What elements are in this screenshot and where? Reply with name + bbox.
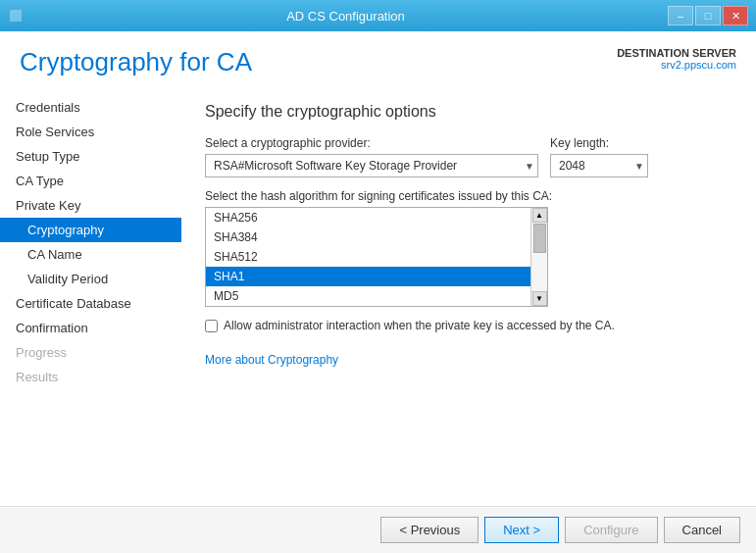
hash-list-wrapper: SHA256SHA384SHA512SHA1MD5 ▲ ▼ xyxy=(205,207,548,307)
configure-button[interactable]: Configure xyxy=(565,517,657,543)
destination-server-value: srv2.ppscu.com xyxy=(617,59,736,71)
maximize-button[interactable]: □ xyxy=(695,6,721,25)
hash-scrollbar: ▲ ▼ xyxy=(530,208,547,306)
provider-label: Select a cryptographic provider: xyxy=(205,136,538,150)
sidebar-item-results: Results xyxy=(0,365,181,389)
cancel-button[interactable]: Cancel xyxy=(664,517,740,543)
hash-item-sha384[interactable]: SHA384 xyxy=(206,227,547,247)
keylength-select[interactable]: 512102420484096 xyxy=(550,154,648,177)
svg-rect-1 xyxy=(10,10,22,22)
destination-server-label: DESTINATION SERVER xyxy=(617,47,736,59)
sidebar-item-private-key[interactable]: Private Key xyxy=(0,193,181,218)
sidebar-item-cryptography[interactable]: Cryptography xyxy=(0,218,181,242)
destination-server-info: DESTINATION SERVER srv2.ppscu.com xyxy=(617,47,736,71)
hash-item-sha256[interactable]: SHA256 xyxy=(206,208,547,227)
sidebar-item-ca-type[interactable]: CA Type xyxy=(0,169,181,193)
keylength-label: Key length: xyxy=(550,136,648,150)
window-body: Cryptography for CA DESTINATION SERVER s… xyxy=(0,31,756,553)
sidebar-item-ca-name[interactable]: CA Name xyxy=(0,242,181,267)
sidebar-item-progress: Progress xyxy=(0,340,181,365)
provider-column: Select a cryptographic provider: RSA#Mic… xyxy=(205,136,538,177)
app-icon xyxy=(8,8,24,24)
hash-item-sha512[interactable]: SHA512 xyxy=(206,247,547,267)
scroll-thumb[interactable] xyxy=(533,224,546,253)
sidebar-item-confirmation[interactable]: Confirmation xyxy=(0,316,181,340)
page-title: Cryptography for CA xyxy=(20,47,252,77)
footer: < Previous Next > Configure Cancel xyxy=(0,506,756,553)
sidebar-item-certificate-database[interactable]: Certificate Database xyxy=(0,291,181,316)
next-button[interactable]: Next > xyxy=(484,517,559,543)
window-controls: – □ ✕ xyxy=(668,6,748,25)
previous-button[interactable]: < Previous xyxy=(380,517,479,543)
section-title: Specify the cryptographic options xyxy=(205,103,732,121)
sidebar-item-setup-type[interactable]: Setup Type xyxy=(0,144,181,169)
main-panel: Specify the cryptographic options Select… xyxy=(181,87,756,506)
keylength-column: Key length: 512102420484096 ▼ xyxy=(550,136,648,177)
sidebar-item-role-services[interactable]: Role Services xyxy=(0,120,181,144)
window-title: AD CS Configuration xyxy=(24,9,668,24)
close-button[interactable]: ✕ xyxy=(723,6,748,25)
minimize-button[interactable]: – xyxy=(668,6,693,25)
sidebar-item-validity-period[interactable]: Validity Period xyxy=(0,267,181,291)
more-about-link[interactable]: More about Cryptography xyxy=(205,353,338,367)
more-about-section: More about Cryptography xyxy=(205,332,732,367)
sidebar-item-credentials[interactable]: Credentials xyxy=(0,95,181,120)
hash-item-md5[interactable]: MD5 xyxy=(206,286,547,306)
admin-interaction-checkbox[interactable] xyxy=(205,320,218,332)
hash-group: Select the hash algorithm for signing ce… xyxy=(205,189,732,307)
scroll-track xyxy=(532,223,547,291)
hash-algorithm-list: SHA256SHA384SHA512SHA1MD5 xyxy=(206,208,547,306)
provider-select[interactable]: RSA#Microsoft Software Key Storage Provi… xyxy=(205,154,538,177)
checkbox-group: Allow administrator interaction when the… xyxy=(205,319,732,332)
content-area: CredentialsRole ServicesSetup TypeCA Typ… xyxy=(0,87,756,506)
keylength-select-wrapper: 512102420484096 ▼ xyxy=(550,154,648,177)
scroll-down-button[interactable]: ▼ xyxy=(532,291,547,306)
provider-group: Select a cryptographic provider: RSA#Mic… xyxy=(205,136,732,177)
hash-list-container: SHA256SHA384SHA512SHA1MD5 ▲ ▼ xyxy=(205,207,548,307)
hash-item-sha1[interactable]: SHA1 xyxy=(206,267,547,286)
hash-list-label: Select the hash algorithm for signing ce… xyxy=(205,189,732,203)
scroll-up-button[interactable]: ▲ xyxy=(532,208,547,223)
provider-row: Select a cryptographic provider: RSA#Mic… xyxy=(205,136,732,177)
title-bar: AD CS Configuration – □ ✕ xyxy=(0,0,756,31)
sidebar: CredentialsRole ServicesSetup TypeCA Typ… xyxy=(0,87,181,506)
header-area: Cryptography for CA DESTINATION SERVER s… xyxy=(0,31,756,87)
admin-interaction-label: Allow administrator interaction when the… xyxy=(224,319,615,332)
provider-select-wrapper: RSA#Microsoft Software Key Storage Provi… xyxy=(205,154,538,177)
